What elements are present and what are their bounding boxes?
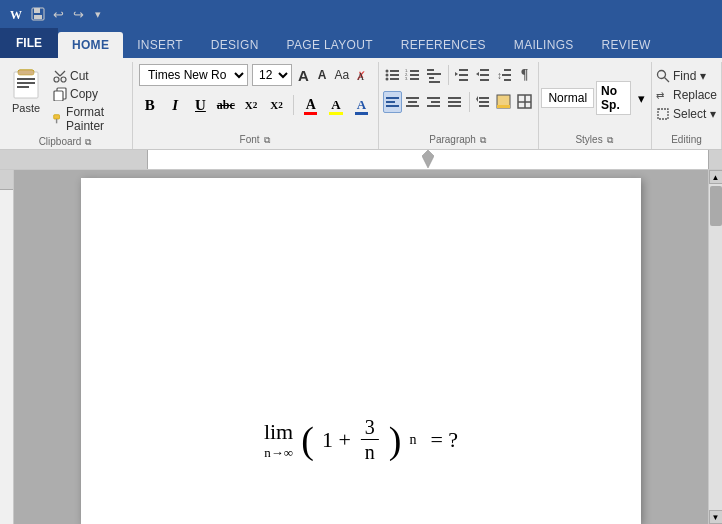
scroll-track[interactable] [709, 184, 722, 510]
cut-button[interactable]: Cut [50, 68, 126, 84]
clipboard-expander[interactable]: ⧉ [83, 137, 93, 147]
svg-rect-58 [448, 97, 461, 99]
clear-format-button[interactable]: ✗A [354, 64, 372, 86]
svg-rect-73 [658, 109, 668, 119]
editing-group: Find ▾ ⇄ Replace Select ▾ Editing [652, 62, 722, 149]
styles-expander[interactable]: ⧉ [605, 135, 615, 145]
numbering-button[interactable]: 1.2.3. [404, 64, 423, 86]
font-color-button[interactable]: A [300, 93, 321, 117]
exponent-n: n [409, 432, 416, 448]
title-bar: W ↩ ↪ ▾ [0, 0, 722, 28]
scroll-down-button[interactable]: ▼ [709, 510, 723, 524]
svg-rect-42 [480, 74, 489, 76]
shading-button[interactable] [494, 91, 513, 113]
no-spacing-style[interactable]: No Sp. [596, 81, 631, 115]
tab-page-layout[interactable]: PAGE LAYOUT [273, 32, 387, 58]
text-shading-button[interactable]: A [351, 93, 372, 117]
borders-button[interactable] [515, 91, 534, 113]
customize-qat-button[interactable]: ▾ [90, 6, 106, 22]
svg-rect-34 [427, 73, 441, 75]
select-button[interactable]: Select ▾ [653, 106, 719, 122]
tab-home[interactable]: HOME [58, 32, 123, 58]
ruler-content[interactable] [148, 150, 708, 169]
sort-button[interactable]: ↕ [494, 64, 513, 86]
redo-button[interactable]: ↪ [70, 6, 86, 22]
equals-question: = ? [430, 427, 458, 453]
line-spacing-button[interactable] [473, 91, 492, 113]
document-page[interactable]: lim n→∞ ( 1 + 3 n ) n [81, 178, 641, 524]
svg-rect-54 [406, 105, 419, 107]
copy-button[interactable]: Copy [50, 86, 126, 102]
increase-indent-button[interactable] [473, 64, 492, 86]
document-scroll-area[interactable]: lim n→∞ ( 1 + 3 n ) n [14, 170, 708, 524]
svg-rect-39 [459, 79, 468, 81]
tab-mailings[interactable]: MAILINGS [500, 32, 588, 58]
lim-subscript: n→∞ [264, 445, 293, 461]
align-left-button[interactable] [383, 91, 402, 113]
paste-button[interactable]: Paste [6, 64, 46, 116]
font-size-select[interactable]: 12 [252, 64, 292, 86]
svg-rect-26 [390, 78, 399, 80]
ruler-right-margin [708, 150, 722, 169]
svg-rect-7 [18, 70, 34, 75]
normal-style[interactable]: Normal [541, 88, 594, 108]
justify-button[interactable] [446, 91, 465, 113]
svg-rect-33 [427, 69, 434, 71]
scroll-up-button[interactable]: ▲ [709, 170, 723, 184]
replace-button[interactable]: ⇄ Replace [653, 87, 720, 103]
scroll-thumb[interactable] [710, 186, 722, 226]
tab-references[interactable]: REFERENCES [387, 32, 500, 58]
clipboard-label: Clipboard ⧉ [6, 134, 126, 149]
svg-rect-35 [429, 77, 434, 79]
bold-button[interactable]: B [139, 93, 160, 117]
tab-file[interactable]: FILE [0, 28, 58, 58]
styles-group-label: Styles ⧉ [543, 132, 647, 147]
tab-insert[interactable]: INSERT [123, 32, 197, 58]
change-case-button[interactable]: Aa [333, 64, 350, 86]
tab-review[interactable]: REVIEW [588, 32, 665, 58]
multilevel-list-button[interactable] [425, 64, 444, 86]
svg-rect-47 [502, 74, 511, 76]
scissors-icon [53, 69, 67, 83]
tab-design[interactable]: DESIGN [197, 32, 273, 58]
math-formula-container: lim n→∞ ( 1 + 3 n ) n [264, 415, 458, 464]
strikethrough-button[interactable]: abc [215, 93, 236, 117]
vertical-ruler [0, 170, 14, 524]
subscript-button[interactable]: X2 [240, 93, 261, 117]
highlight-button[interactable]: A [325, 93, 346, 117]
fraction-numerator: 3 [361, 415, 379, 440]
find-button[interactable]: Find ▾ [653, 68, 709, 84]
grow-font-button[interactable]: A [296, 64, 311, 86]
svg-rect-43 [480, 79, 489, 81]
vertical-scrollbar[interactable]: ▲ ▼ [708, 170, 722, 524]
editing-group-label: Editing [656, 132, 717, 147]
copy-label: Copy [70, 87, 98, 101]
paragraph-group-label: Paragraph ⧉ [383, 132, 534, 147]
font-expander[interactable]: ⧉ [262, 135, 272, 145]
svg-rect-9 [17, 82, 35, 84]
svg-text:⇄: ⇄ [656, 90, 664, 101]
underline-button[interactable]: U [190, 93, 211, 117]
format-painter-button[interactable]: Format Painter [50, 104, 126, 134]
svg-rect-55 [427, 97, 440, 99]
svg-line-71 [664, 78, 669, 83]
svg-rect-46 [504, 69, 511, 71]
tab-stop-cursor [422, 150, 434, 168]
show-formatting-button[interactable]: ¶ [515, 64, 534, 86]
save-button[interactable] [30, 6, 46, 22]
decrease-indent-button[interactable] [453, 64, 472, 86]
align-right-button[interactable] [425, 91, 444, 113]
align-center-button[interactable] [404, 91, 423, 113]
svg-text:W: W [10, 8, 22, 22]
fraction-3-over-n: 3 n [361, 415, 379, 464]
styles-more-button[interactable]: ▾ [633, 87, 648, 109]
paragraph-expander[interactable]: ⧉ [478, 135, 488, 145]
superscript-button[interactable]: X2 [266, 93, 287, 117]
undo-button[interactable]: ↩ [50, 6, 66, 22]
italic-button[interactable]: I [164, 93, 185, 117]
bullets-button[interactable] [383, 64, 402, 86]
shrink-font-button[interactable]: A [315, 64, 330, 86]
font-name-select[interactable]: Times New Ro [139, 64, 248, 86]
left-paren: ( [301, 421, 314, 459]
svg-marker-40 [455, 72, 458, 76]
